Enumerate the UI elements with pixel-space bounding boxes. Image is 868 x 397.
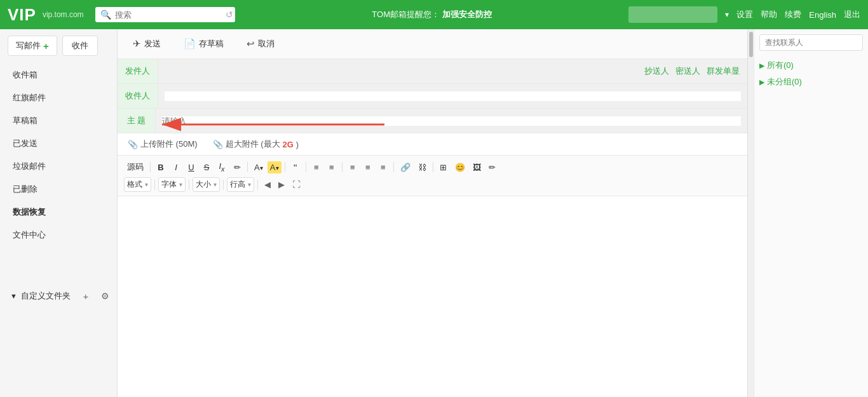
compose-button[interactable]: 写邮件 + (8, 36, 57, 56)
size-label: 大小 (196, 179, 211, 190)
send-icon: ✈ (133, 38, 141, 50)
sidebar-item-drafts[interactable]: 草稿箱 (0, 109, 117, 132)
sidebar-item-flagged[interactable]: 红旗邮件 (0, 86, 117, 109)
subject-label: 主 题 (118, 109, 156, 133)
unlink-btn[interactable]: ⛓ (415, 161, 430, 174)
attach-large-size: 2G (283, 140, 294, 149)
clear-format-btn[interactable]: Ix (215, 159, 229, 175)
ol-btn[interactable]: ≡ (325, 161, 339, 174)
sidebar-item-inbox[interactable]: 收件箱 (0, 64, 117, 86)
contact-search-input[interactable] (759, 34, 863, 51)
search-icon: 🔍 (100, 10, 111, 20)
inbox-button[interactable]: 收件 (62, 36, 98, 56)
table-btn[interactable]: ⊞ (437, 161, 451, 174)
feedback-link[interactable]: 续费 (785, 9, 801, 20)
size-arrow-icon: ▾ (214, 181, 217, 188)
sidebar-item-files[interactable]: 文件中心 (0, 224, 117, 246)
search-bar: 🔍 ↺ (95, 7, 235, 22)
logout-link[interactable]: 退出 (844, 9, 860, 20)
custom-folder-row[interactable]: ▼ 自定义文件夹 + ⚙ (0, 285, 117, 307)
sidebar-item-sent[interactable]: 已发送 (0, 132, 117, 155)
line-arrow-icon: ▾ (248, 181, 251, 188)
emoji-btn[interactable]: 😊 (452, 161, 468, 174)
source-btn[interactable]: 源码 (124, 159, 147, 175)
underline-btn[interactable]: U (184, 161, 198, 174)
header: VIP vip.tom.com 🔍 ↺ TOM邮箱提醒您： 加强安全防控 ▾ 设… (0, 0, 868, 29)
align-left-btn[interactable]: ≡ (346, 161, 360, 174)
sidebar-item-recovery-label: 数据恢复 (13, 207, 46, 217)
contact-ungroup-label: 未分组(0) (767, 76, 802, 88)
draft-label: 存草稿 (199, 38, 224, 50)
sidebar-item-recovery[interactable]: 数据恢复 (0, 201, 117, 224)
group-button[interactable]: 群发单显 (707, 65, 740, 77)
size-select[interactable]: 大小 ▾ (193, 177, 220, 192)
sep3 (285, 162, 285, 172)
richtext-row1: 源码 B I U S Ix ✏ A▾ A▾ " (124, 159, 741, 175)
cancel-icon: ↩ (247, 38, 255, 50)
to-input-area[interactable] (158, 84, 747, 108)
attach-normal-button[interactable]: 📎 上传附件 (50M) (128, 138, 198, 150)
scrollbar[interactable] (747, 29, 754, 397)
sidebar-item-files-label: 文件中心 (13, 230, 46, 239)
contact-group: ▶ 所有(0) ▶ 未分组(0) (759, 57, 863, 90)
line-select[interactable]: 行高 ▾ (227, 177, 254, 192)
sidebar-item-spam-label: 垃圾邮件 (13, 161, 46, 171)
notice-prefix: TOM邮箱提醒您： (372, 10, 440, 19)
language-link[interactable]: English (809, 10, 836, 20)
compose-wrapper: ✈ 发送 📄 存草稿 ↩ 取消 发件人 (118, 29, 747, 397)
contact-ungroup-item[interactable]: ▶ 未分组(0) (759, 74, 863, 90)
cancel-button[interactable]: ↩ 取消 (241, 36, 280, 52)
domain: vip.tom.com (43, 10, 84, 19)
align-right-btn[interactable]: ≡ (376, 161, 390, 174)
image-btn[interactable]: 🖼 (470, 161, 484, 174)
logo: VIP (8, 5, 36, 25)
search-input[interactable] (115, 10, 222, 20)
username-bar (628, 6, 717, 23)
scroll-thumb (749, 32, 753, 57)
send-label: 发送 (144, 38, 161, 50)
sidebar-item-deleted-label: 已删除 (13, 184, 37, 194)
to-input[interactable] (165, 91, 741, 101)
compose-label: 写邮件 (16, 40, 41, 51)
link-btn[interactable]: 🔗 (397, 161, 414, 174)
italic-btn[interactable]: I (169, 161, 183, 174)
sep2 (247, 162, 248, 172)
sidebar-item-spam[interactable]: 垃圾邮件 (0, 155, 117, 178)
subject-input-area[interactable] (156, 109, 747, 133)
attach-large-button[interactable]: 📎 超大附件 (最大 2G ) (213, 138, 299, 150)
quote-btn[interactable]: " (288, 160, 302, 175)
edit2-btn[interactable]: ✏ (485, 161, 499, 174)
strike-btn[interactable]: S (200, 161, 214, 174)
font-select[interactable]: 字体 ▾ (158, 177, 186, 192)
font-color-btn[interactable]: A▾ (251, 161, 266, 174)
settings-folder-icon[interactable]: ⚙ (101, 291, 109, 301)
draft-button[interactable]: 📄 存草稿 (179, 36, 229, 52)
dropdown-icon[interactable]: ▾ (725, 10, 729, 19)
cancel-label: 取消 (258, 38, 275, 50)
sep10 (223, 180, 224, 190)
cc-button[interactable]: 抄送人 (644, 65, 669, 77)
contact-all-item[interactable]: ▶ 所有(0) (759, 57, 863, 74)
inbox-label: 收件 (72, 41, 88, 50)
sidebar-item-deleted[interactable]: 已删除 (0, 178, 117, 201)
send-button[interactable]: ✈ 发送 (128, 36, 166, 52)
format-select[interactable]: 格式 ▾ (124, 177, 151, 192)
from-label: 发件人 (118, 59, 158, 83)
ul-btn[interactable]: ≡ (309, 161, 323, 174)
contact-all-label: 所有(0) (767, 60, 794, 71)
highlight-btn[interactable]: ✏ (230, 161, 244, 174)
bg-color-btn[interactable]: A▾ (268, 161, 281, 173)
refresh-icon[interactable]: ↺ (226, 10, 233, 20)
undo-btn[interactable]: ◀ (261, 178, 274, 191)
settings-link[interactable]: 设置 (736, 9, 753, 20)
align-center-btn[interactable]: ≡ (361, 161, 375, 174)
line-label: 行高 (230, 179, 245, 190)
editor-body[interactable] (118, 196, 747, 397)
bold-btn[interactable]: B (154, 161, 168, 174)
bcc-button[interactable]: 密送人 (675, 65, 700, 77)
fullscreen-btn[interactable]: ⛶ (289, 178, 304, 191)
subject-input[interactable] (162, 116, 741, 126)
add-folder-icon[interactable]: + (83, 291, 89, 302)
redo-btn[interactable]: ▶ (275, 178, 288, 191)
help-link[interactable]: 帮助 (761, 9, 777, 20)
